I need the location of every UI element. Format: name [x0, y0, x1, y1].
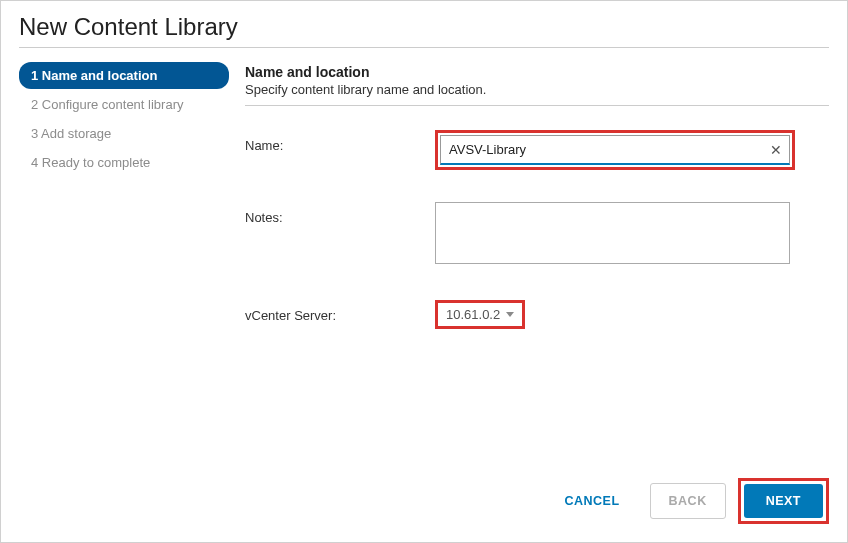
- next-button[interactable]: NEXT: [744, 484, 823, 518]
- next-button-highlight: NEXT: [738, 478, 829, 524]
- title-divider: [19, 47, 829, 48]
- cancel-button[interactable]: CANCEL: [546, 484, 637, 518]
- dialog-title: New Content Library: [1, 1, 847, 47]
- label-name: Name:: [245, 130, 435, 153]
- name-input[interactable]: [440, 135, 790, 165]
- section-title: Name and location: [245, 64, 829, 80]
- wizard-steps: 1 Name and location 2 Configure content …: [19, 58, 229, 478]
- back-button: BACK: [650, 483, 726, 519]
- chevron-down-icon: [506, 312, 514, 317]
- new-content-library-dialog: New Content Library 1 Name and location …: [0, 0, 848, 543]
- section-subtitle: Specify content library name and locatio…: [245, 82, 829, 97]
- label-vcenter: vCenter Server:: [245, 300, 435, 323]
- step-add-storage: 3 Add storage: [19, 120, 229, 147]
- vcenter-value: 10.61.0.2: [446, 307, 500, 322]
- dialog-body: 1 Name and location 2 Configure content …: [1, 58, 847, 478]
- clear-icon[interactable]: ✕: [770, 142, 782, 158]
- dialog-footer: CANCEL BACK NEXT: [1, 478, 847, 542]
- step-configure-content-library: 2 Configure content library: [19, 91, 229, 118]
- row-vcenter: vCenter Server: 10.61.0.2: [245, 300, 829, 329]
- name-input-highlight: ✕: [435, 130, 795, 170]
- step-name-and-location[interactable]: 1 Name and location: [19, 62, 229, 89]
- vcenter-select[interactable]: 10.61.0.2: [435, 300, 525, 329]
- section-divider: [245, 105, 829, 106]
- row-notes: Notes:: [245, 202, 829, 268]
- step-ready-to-complete: 4 Ready to complete: [19, 149, 229, 176]
- row-name: Name: ✕: [245, 130, 829, 170]
- notes-textarea[interactable]: [435, 202, 790, 264]
- label-notes: Notes:: [245, 202, 435, 225]
- main-panel: Name and location Specify content librar…: [229, 58, 829, 478]
